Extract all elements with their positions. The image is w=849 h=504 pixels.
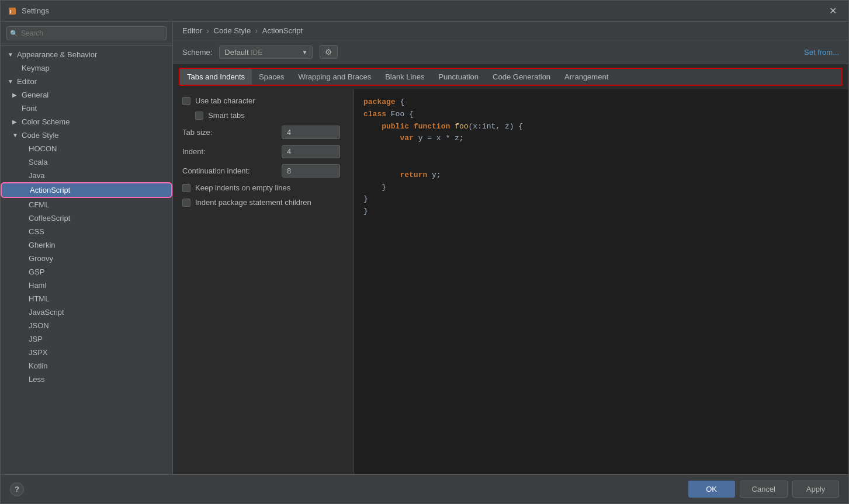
code-line: } [363,193,839,206]
sidebar-item-label: Keymap [22,64,167,72]
app-icon: I [8,6,17,16]
sidebar-item-keymap[interactable]: Keymap [1,61,172,75]
breadcrumb-separator: › [255,26,260,35]
sidebar-item-css[interactable]: CSS ⧉ [1,225,172,238]
indent-package-row: Indent package statement children [182,198,344,207]
sidebar-item-label: General [22,91,167,99]
sidebar-item-java[interactable]: Java ⧉ [1,169,172,182]
sidebar-item-less[interactable]: Less ⧉ [1,373,172,386]
sidebar-item-appearance[interactable]: ▼ Appearance & Behavior [1,48,172,61]
breadcrumb-part-editor: Editor [182,26,202,35]
sidebar-tree: ▼ Appearance & Behavior Keymap ▼ Editor … [1,46,172,474]
sidebar-item-color-scheme[interactable]: ▶ Color Scheme [1,115,172,128]
code-line: } [363,182,839,194]
close-button[interactable]: ✕ [824,3,841,19]
tab-wrapping[interactable]: Wrapping and Braces [291,69,378,85]
sidebar-item-label: HOCON [29,144,162,153]
expand-arrow: ▼ [8,78,15,85]
indent-input[interactable] [282,145,340,158]
sidebar-item-html[interactable]: HTML ⧉ [1,292,172,305]
scheme-dropdown[interactable]: Default IDE ▼ [219,46,313,59]
smart-tabs-checkbox[interactable] [195,112,203,120]
keep-indents-checkbox[interactable] [182,184,190,192]
sidebar-item-coffeescript[interactable]: CoffeeScript ⧉ [1,211,172,225]
tab-punctuation[interactable]: Punctuation [431,69,486,85]
sidebar-item-groovy[interactable]: Groovy ⧉ [1,252,172,265]
tab-arrangement[interactable]: Arrangement [557,69,615,85]
sidebar-item-label: JSP [29,335,162,343]
keep-indents-row: Keep indents on empty lines [182,183,344,192]
sidebar-item-jspx[interactable]: JSPX ⧉ [1,346,172,359]
search-icon: 🔍 [10,30,18,37]
code-line [363,145,839,157]
tab-code-generation[interactable]: Code Generation [486,69,557,85]
set-from-link[interactable]: Set from... [804,48,839,57]
expand-arrow: ▼ [12,132,19,138]
scheme-value: Default [224,48,248,57]
breadcrumb-separator: › [207,26,212,35]
sidebar-item-editor[interactable]: ▼ Editor [1,75,172,88]
sidebar-item-label: JavaScript [29,308,162,317]
sidebar-item-haml[interactable]: Haml ⧉ [1,279,172,292]
use-tab-character-checkbox[interactable] [182,97,190,105]
sidebar-item-code-style[interactable]: ▼ Code Style ⧉ [1,128,172,142]
scheme-label: Scheme: [182,48,212,57]
code-line: public function foo(x:int, z) { [363,121,839,133]
sidebar-item-hocon[interactable]: HOCON ⧉ [1,142,172,155]
gear-button[interactable]: ⚙ [320,45,338,59]
sidebar-item-label: Kotlin [29,362,162,370]
continuation-indent-input[interactable] [282,164,340,178]
panel-content: Use tab character Smart tabs Tab size: [173,89,848,474]
code-line: return y; [363,169,839,182]
sidebar-item-label: Gherkin [29,241,162,249]
tab-size-input[interactable] [282,126,340,139]
sidebar-item-font[interactable]: Font [1,102,172,115]
expand-arrow: ▼ [8,51,15,58]
sidebar-item-gherkin[interactable]: Gherkin ⧉ [1,238,172,252]
indent-package-label: Indent package statement children [195,198,311,207]
scheme-bar: Scheme: Default IDE ▼ ⚙ Set from... [173,40,848,64]
tab-blank-lines[interactable]: Blank Lines [378,69,431,85]
smart-tabs-row: Smart tabs [182,111,344,120]
sidebar-item-javascript[interactable]: JavaScript ⧉ [1,305,172,319]
settings-window: I Settings ✕ 🔍 ▼ Appearance & Behavior [0,0,849,504]
indent-label: Indent: [182,147,282,156]
svg-text:I: I [10,9,12,15]
scheme-dropdown-text: Default IDE [224,48,302,57]
sidebar-item-label: HTML [29,294,162,303]
sidebar-item-label: CFML [29,200,162,209]
tab-spaces[interactable]: Spaces [252,69,291,85]
tabs-bar: Tabs and Indents Spaces Wrapping and Bra… [179,68,843,86]
chevron-down-icon: ▼ [302,49,307,55]
smart-tabs-label: Smart tabs [208,111,245,120]
tab-tabs-and-indents[interactable]: Tabs and Indents [180,69,252,85]
continuation-indent-label: Continuation indent: [182,166,282,175]
sidebar-item-label: Font [22,104,167,113]
cancel-button[interactable]: Cancel [740,481,788,498]
sidebar-item-gsp[interactable]: GSP ⧉ [1,265,172,279]
sidebar-item-jsp[interactable]: JSP ⧉ [1,332,172,346]
indent-package-checkbox[interactable] [182,199,190,207]
code-line: package { [363,96,839,109]
sidebar-item-kotlin[interactable]: Kotlin ⧉ [1,359,172,373]
sidebar-item-actionscript[interactable]: ActionScript ⧉ [1,182,172,198]
sidebar-item-label: ActionScript [30,186,161,194]
options-panel: Use tab character Smart tabs Tab size: [173,89,354,474]
window-title: Settings [22,6,824,15]
use-tab-character-label: Use tab character [195,96,255,105]
sidebar-item-label: JSPX [29,348,162,357]
sidebar-item-general[interactable]: ▶ General [1,88,172,102]
breadcrumb: Editor › Code Style › ActionScript [173,22,848,40]
sidebar-item-label: CSS [29,227,162,236]
code-line: } [363,206,839,218]
sidebar-item-json[interactable]: JSON ⧉ [1,319,172,332]
sidebar-item-scala[interactable]: Scala ⧉ [1,155,172,169]
help-button[interactable]: ? [10,482,24,496]
sidebar-item-cfml[interactable]: CFML ⧉ [1,198,172,211]
ok-button[interactable]: OK [688,481,735,498]
code-line [363,157,839,169]
scheme-suffix: IDE [251,48,262,57]
tab-size-row: Tab size: [182,126,344,139]
search-input[interactable] [6,26,167,40]
apply-button[interactable]: Apply [792,481,839,498]
